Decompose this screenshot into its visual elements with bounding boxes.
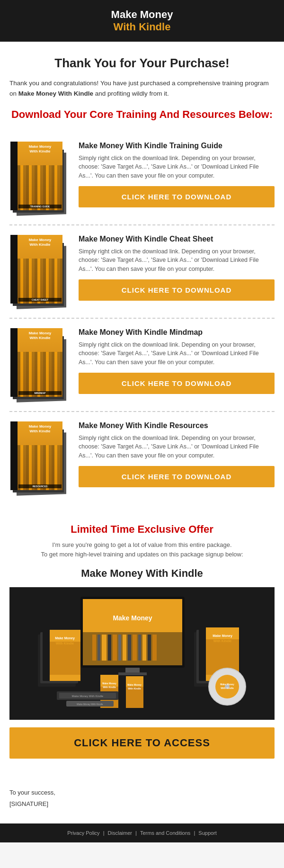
bundle-image: Make Money With Kindle xyxy=(9,587,275,720)
signature-name: [SIGNATURE] xyxy=(9,798,275,809)
download-btn-3[interactable]: CLICK HERE TO DOWNLOAD xyxy=(79,373,275,394)
svg-rect-26 xyxy=(50,642,80,675)
svg-text:Make Money: Make Money xyxy=(213,634,232,638)
footer-privacy[interactable]: Privacy Policy xyxy=(67,830,99,836)
book-face-pattern-4 xyxy=(18,445,62,490)
resource-image-1: Make MoneyWith Kindle TRAINING GUIDE xyxy=(9,142,71,215)
svg-rect-11 xyxy=(113,635,117,661)
resource-image-3: Make MoneyWith Kindle MINDMAP xyxy=(9,328,71,402)
footer-terms[interactable]: Terms and Conditions xyxy=(140,830,190,836)
resource-text-2: Make Money With Kindle Cheat Sheet Simpl… xyxy=(79,235,275,301)
svg-rect-14 xyxy=(128,635,131,661)
resource-block-4: Make MoneyWith Kindle RESOURCES Make Mon… xyxy=(9,411,275,504)
svg-text:Make Money: Make Money xyxy=(102,682,116,685)
upsell-product-title: Make Money With Kindle xyxy=(9,567,275,580)
header: Make Money With Kindle xyxy=(0,0,284,42)
resource-block-1: Make MoneyWith Kindle TRAINING GUIDE Mak… xyxy=(9,132,275,224)
intro-paragraph: Thank you and congratulations! You have … xyxy=(9,78,275,98)
book-face-1: Make MoneyWith Kindle TRAINING GUIDE xyxy=(18,142,62,210)
main-content: Thank You for Your Purchase! Thank you a… xyxy=(0,42,284,513)
book-main-1: Make MoneyWith Kindle TRAINING GUIDE xyxy=(10,142,62,210)
book-face-pattern-3 xyxy=(18,352,62,396)
book-face-2: Make MoneyWith Kindle CHEAT SHEET xyxy=(18,235,62,304)
footer-sep-2: | xyxy=(135,830,138,836)
book-face-title-4: Make MoneyWith Kindle xyxy=(29,424,52,434)
book-main-3: Make MoneyWith Kindle MINDMAP xyxy=(10,328,62,397)
resource-desc-3: Simply right click on the download link.… xyxy=(79,340,275,367)
svg-rect-8 xyxy=(98,635,100,661)
upsell-subtext-2: To get more high-level training and upda… xyxy=(41,551,243,558)
resource-desc-1: Simply right click on the download link.… xyxy=(79,154,275,180)
svg-rect-9 xyxy=(102,635,106,661)
svg-text:With Kindle: With Kindle xyxy=(213,639,232,643)
svg-text:With Kindle: With Kindle xyxy=(128,687,141,690)
resource-image-4: Make MoneyWith Kindle RESOURCES xyxy=(9,421,71,495)
resource-desc-2: Simply right click on the download link.… xyxy=(79,247,275,274)
svg-text:With Kindle: With Kindle xyxy=(115,623,151,630)
book-face-title-3: Make MoneyWith Kindle xyxy=(29,331,52,341)
book-label-2: CHEAT SHEET xyxy=(18,298,62,302)
book-face-3: Make MoneyWith Kindle MINDMAP xyxy=(18,328,62,397)
page-wrapper: Make Money With Kindle Thank You for You… xyxy=(0,0,284,842)
resource-text-3: Make Money With Kindle Mindmap Simply ri… xyxy=(79,328,275,394)
book-visual-3: Make MoneyWith Kindle MINDMAP xyxy=(9,328,66,402)
svg-text:Make Money With Kindle: Make Money With Kindle xyxy=(77,703,103,706)
footer-sep-1: | xyxy=(103,830,106,836)
svg-rect-7 xyxy=(92,635,96,661)
svg-rect-16 xyxy=(138,635,141,661)
book-main-4: Make MoneyWith Kindle RESOURCES xyxy=(10,421,62,490)
upsell-section: Limited Time Exclusive Offer I'm sure yo… xyxy=(0,514,284,778)
svg-text:Make Money: Make Money xyxy=(127,683,142,686)
resource-desc-4: Simply right click on the download link.… xyxy=(79,434,275,460)
book-visual-2: Make MoneyWith Kindle CHEAT SHEET xyxy=(9,235,66,308)
svg-text:Make Money: Make Money xyxy=(113,614,152,622)
resource-image-2: Make MoneyWith Kindle CHEAT SHEET xyxy=(9,235,71,308)
resource-title-3: Make Money With Kindle Mindmap xyxy=(79,328,275,337)
upsell-subtext-1: I'm sure you're going to get a lot of va… xyxy=(52,541,231,548)
svg-text:Make Money: Make Money xyxy=(220,683,234,686)
svg-rect-12 xyxy=(118,635,121,661)
book-spine-3 xyxy=(10,328,18,397)
book-face-4: Make MoneyWith Kindle RESOURCES xyxy=(18,421,62,490)
signature-section: To your success, [SIGNATURE] xyxy=(0,778,284,823)
book-face-title-2: Make MoneyWith Kindle xyxy=(29,238,52,248)
svg-rect-13 xyxy=(123,635,126,661)
download-btn-1[interactable]: CLICK HERE TO DOWNLOAD xyxy=(79,186,275,207)
resource-title-2: Make Money With Kindle Cheat Sheet xyxy=(79,235,275,243)
svg-rect-10 xyxy=(108,635,111,661)
thank-you-heading: Thank You for Your Purchase! xyxy=(9,56,275,71)
download-section-heading: Download Your Core Training And Resource… xyxy=(9,108,275,121)
book-face-pattern-2 xyxy=(18,259,62,303)
footer-disclaimer[interactable]: Disclaimer xyxy=(108,830,132,836)
svg-rect-18 xyxy=(148,635,151,661)
header-title-line2: With Kindle xyxy=(9,21,275,33)
resource-text-4: Make Money With Kindle Resources Simply … xyxy=(79,421,275,487)
upsell-subtext: I'm sure you're going to get a lot of va… xyxy=(9,540,275,560)
footer-links: Privacy Policy | Disclaimer | Terms and … xyxy=(9,830,275,836)
svg-rect-19 xyxy=(152,635,157,661)
resource-title-4: Make Money With Kindle Resources xyxy=(79,421,275,430)
resource-title-1: Make Money With Kindle Training Guide xyxy=(79,142,275,150)
closing-text: To your success, xyxy=(9,787,275,798)
book-main-2: Make MoneyWith Kindle CHEAT SHEET xyxy=(10,235,62,304)
book-label-1: TRAINING GUIDE xyxy=(18,205,62,208)
bundle-svg: Make Money With Kindle xyxy=(19,592,265,715)
header-title-line1: Make Money xyxy=(9,9,275,21)
access-btn[interactable]: CLICK HERE TO ACCESS xyxy=(9,727,275,759)
svg-text:With Kindle: With Kindle xyxy=(103,686,116,689)
book-label-3: MINDMAP xyxy=(18,391,62,395)
footer-support[interactable]: Support xyxy=(198,830,217,836)
book-spine-1 xyxy=(10,142,18,210)
book-visual-4: Make MoneyWith Kindle RESOURCES xyxy=(9,421,66,495)
intro-text-2: and profiting wildly from it. xyxy=(93,90,169,97)
header-title: Make Money With Kindle xyxy=(9,9,275,33)
download-btn-2[interactable]: CLICK HERE TO DOWNLOAD xyxy=(79,279,275,301)
svg-text:Make Money: Make Money xyxy=(55,636,75,640)
svg-text:With Kindle: With Kindle xyxy=(221,687,234,689)
svg-rect-17 xyxy=(142,635,146,661)
footer: Privacy Policy | Disclaimer | Terms and … xyxy=(0,823,284,842)
resource-block-3: Make MoneyWith Kindle MINDMAP Make Money… xyxy=(9,318,275,411)
book-label-4: RESOURCES xyxy=(18,484,62,488)
footer-sep-3: | xyxy=(194,830,196,836)
download-btn-4[interactable]: CLICK HERE TO DOWNLOAD xyxy=(79,466,275,487)
